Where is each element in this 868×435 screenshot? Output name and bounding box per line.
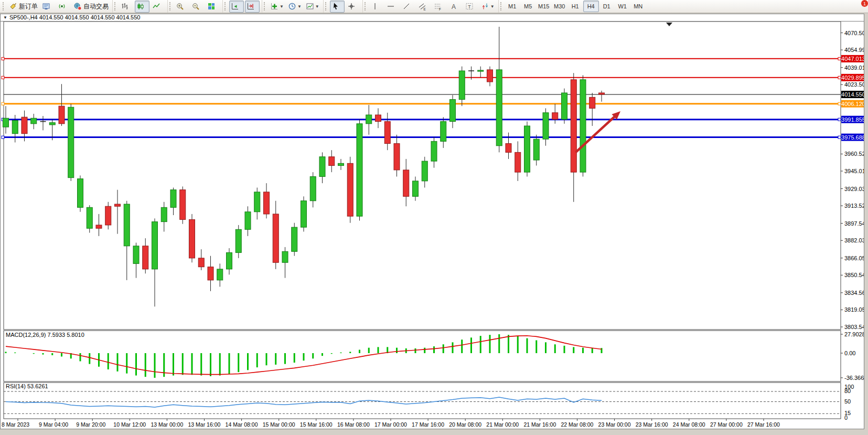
candle-body — [143, 246, 148, 269]
rsi-panel[interactable] — [4, 383, 841, 419]
macd-histogram-bar — [480, 336, 481, 353]
macd-histogram-bar — [42, 353, 44, 355]
macd-histogram-bar — [415, 348, 416, 353]
auto-trading-button[interactable]: 自动交易 — [72, 1, 110, 13]
horizontal-line-button[interactable] — [385, 1, 400, 13]
text-button[interactable]: A — [448, 1, 463, 13]
macd-histogram-bar — [89, 353, 90, 364]
line-anchor[interactable] — [2, 102, 4, 105]
toolbar-grip[interactable] — [365, 2, 367, 10]
candle-body — [533, 139, 539, 160]
tf-d1[interactable]: D1 — [599, 1, 615, 12]
channel-button[interactable]: E — [416, 1, 431, 13]
fibonacci-button[interactable]: F — [432, 1, 447, 13]
toolbar-grip[interactable] — [500, 2, 503, 10]
line-chart-button[interactable] — [151, 1, 165, 13]
tf-m5[interactable]: M5 — [520, 1, 536, 12]
periods-button[interactable]: ▼ — [286, 1, 303, 13]
line-anchor[interactable] — [838, 102, 841, 105]
tf-m1[interactable]: M1 — [505, 1, 520, 12]
zoom-in-button[interactable] — [174, 1, 189, 13]
label-button[interactable]: T — [464, 1, 478, 13]
macd-histogram-bar — [452, 342, 454, 353]
tf-m30[interactable]: M30 — [552, 1, 567, 12]
candle-body — [208, 267, 213, 280]
line-anchor[interactable] — [838, 118, 841, 121]
candle-body — [319, 157, 325, 177]
data-window-button[interactable] — [40, 1, 55, 13]
tf-m15[interactable]: M15 — [536, 1, 552, 12]
zoom-out-button[interactable] — [190, 1, 205, 13]
tf-h4[interactable]: H4 — [583, 1, 599, 12]
candle-body — [347, 163, 353, 216]
chart-collapse-icon[interactable]: ▼ — [3, 14, 7, 21]
indicators-button[interactable]: ▼ — [269, 1, 285, 13]
time-tick-label: 13 Mar 16:00 — [188, 421, 221, 428]
candlestick-button[interactable] — [135, 1, 149, 13]
toolbar-group-objects: EFAT▼ — [362, 0, 498, 13]
rsi-tick-label: 50 — [844, 398, 851, 405]
line-anchor[interactable] — [838, 136, 841, 139]
trendline-button[interactable] — [401, 1, 415, 13]
time-tick-label: 9 Mar 20:00 — [76, 421, 105, 428]
chevron-down-icon[interactable]: ▼ — [280, 4, 284, 9]
auto-scroll-button[interactable] — [229, 1, 244, 13]
toolbar-grip[interactable] — [3, 2, 5, 10]
macd-histogram-bar — [368, 348, 370, 353]
vertical-line-button[interactable] — [369, 1, 384, 13]
toolbar-grip[interactable] — [325, 2, 328, 10]
chevron-down-icon[interactable]: ▼ — [315, 4, 319, 9]
time-tick-label: 21 Mar 16:00 — [523, 421, 556, 428]
tf-h1[interactable]: H1 — [567, 1, 583, 12]
line-anchor[interactable] — [838, 76, 841, 79]
toolbar-grip[interactable] — [114, 2, 117, 10]
candle-body — [152, 222, 158, 269]
price-tick-label: 4039.010 — [844, 65, 864, 71]
time-tick-label: 23 Mar 16:00 — [636, 421, 668, 428]
candle-body — [422, 161, 427, 181]
chevron-down-icon[interactable]: ▼ — [490, 4, 495, 9]
candle-body — [459, 71, 465, 100]
cursor-button[interactable] — [330, 1, 345, 13]
time-axis[interactable]: 8 Mar 20239 Mar 04:009 Mar 20:0010 Mar 1… — [2, 419, 780, 428]
line-anchor[interactable] — [2, 136, 4, 139]
label-icon: T — [465, 2, 474, 10]
arrows-button[interactable]: ▼ — [479, 1, 496, 13]
crosshair-button[interactable] — [346, 1, 360, 13]
toolbar-grip[interactable] — [264, 2, 266, 10]
chevron-down-icon[interactable]: ▼ — [297, 4, 302, 9]
candle-body — [562, 93, 567, 119]
templates-button[interactable]: ▼ — [304, 1, 321, 13]
candle-body — [366, 115, 372, 124]
toolbar-group-cursor — [323, 0, 362, 13]
macd-panel[interactable] — [4, 331, 841, 381]
tile-windows-button[interactable] — [206, 1, 220, 13]
tf-w1[interactable]: W1 — [615, 1, 630, 12]
macd-histogram-bar — [173, 353, 174, 376]
price-badge-label: 4014.550 — [841, 91, 864, 98]
new-order-button[interactable]: 新订单 — [7, 1, 39, 13]
tf-mn[interactable]: MN — [630, 1, 646, 12]
macd-histogram-bar — [135, 353, 137, 376]
price-axis[interactable]: 4086.0104070.5004054.9904039.0104023.500… — [841, 22, 864, 421]
candle-body — [227, 252, 232, 269]
time-tick-label: 8 Mar 2023 — [2, 421, 29, 428]
bar-chart-button[interactable] — [119, 1, 134, 13]
candle-body — [198, 258, 204, 267]
hline-icon — [387, 2, 395, 10]
toolbar-grip[interactable] — [169, 2, 172, 10]
signals-button[interactable] — [56, 1, 71, 13]
macd-histogram-bar — [238, 353, 239, 372]
line-anchor[interactable] — [838, 57, 841, 60]
macd-histogram-bar — [424, 348, 425, 353]
chart-canvas[interactable]: 4086.0104070.5004054.9904039.0104023.500… — [1, 22, 864, 429]
line-anchor[interactable] — [2, 57, 4, 60]
candle-body — [376, 115, 381, 122]
price-tick-label: 4054.990 — [844, 47, 864, 53]
auto-scroll-icon — [231, 2, 239, 10]
candle-body — [292, 227, 297, 251]
toolbar-grip[interactable] — [224, 2, 227, 10]
line-anchor[interactable] — [2, 76, 4, 79]
candle-body — [180, 190, 186, 220]
chart-shift-button[interactable] — [245, 1, 260, 13]
